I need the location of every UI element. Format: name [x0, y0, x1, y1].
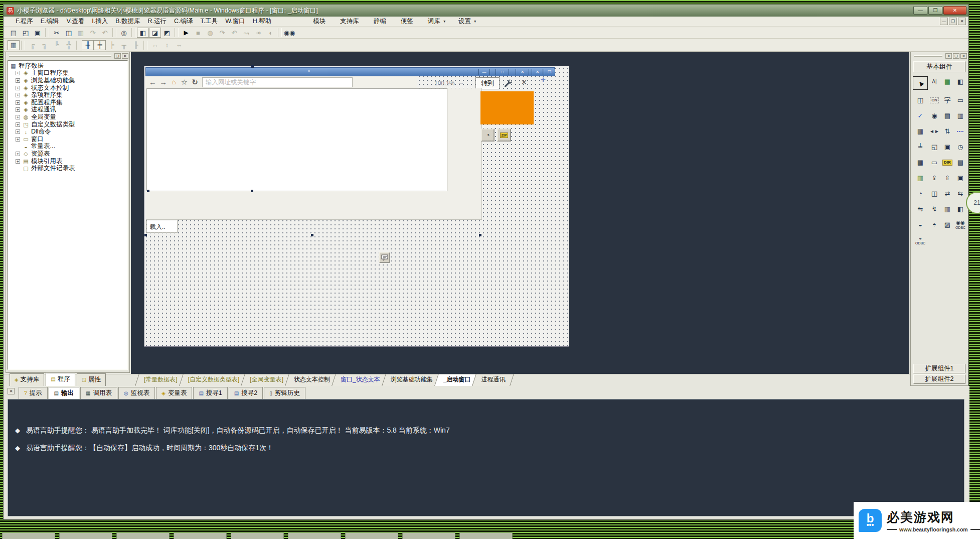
menu-item[interactable]: T.工具: [200, 17, 218, 26]
tree-item[interactable]: ◒ 常量表...: [16, 143, 126, 151]
form-close-button[interactable]: ✕: [516, 69, 529, 75]
shell-window-icon[interactable]: ▣: [954, 173, 967, 183]
taskbar-button[interactable]: [59, 532, 112, 539]
drag-handle[interactable]: [914, 55, 942, 57]
palette-close-button[interactable]: ✕: [960, 53, 967, 59]
menu-item[interactable]: 设置▼: [458, 17, 477, 26]
db-table-icon[interactable]: ◒: [914, 219, 927, 230]
run-to-cursor-icon[interactable]: ↠: [252, 28, 264, 38]
form-designer-canvas[interactable]: × —□✕✕❐ ←→⌂☆↻ 100.1% ←→ 转到 ✕ +: [144, 66, 569, 347]
form-maximize-button[interactable]: □: [496, 69, 509, 75]
document-tab[interactable]: 窗口_状态文本: [334, 374, 387, 386]
expand-icon[interactable]: +: [16, 78, 20, 83]
com-port-icon[interactable]: ↯: [928, 204, 941, 214]
menu-item[interactable]: 模块: [313, 17, 328, 26]
expand-icon[interactable]: [16, 144, 20, 149]
radio-button-icon[interactable]: ◉: [928, 110, 941, 121]
expand-icon[interactable]: +: [16, 93, 20, 97]
output-close-button[interactable]: ✕: [8, 388, 15, 394]
updown-arrow-icon[interactable]: ⇅: [941, 126, 954, 137]
project-close-button[interactable]: ✕: [122, 53, 128, 59]
document-tab[interactable]: 进程通讯: [474, 374, 512, 386]
label-component-icon[interactable]: A|: [928, 76, 941, 87]
splitter-icon[interactable]: ⇳: [941, 173, 954, 183]
favorite-star-icon[interactable]: ☆: [179, 78, 190, 87]
expand-icon[interactable]: +: [16, 107, 20, 112]
expand-icon[interactable]: [16, 166, 20, 171]
new-file-icon[interactable]: ▤: [8, 28, 20, 38]
status-text-component[interactable]: 载入..: [146, 220, 178, 233]
menu-item[interactable]: 支持库: [340, 17, 362, 26]
document-box-icon[interactable]: ▤: [954, 157, 967, 168]
tree-item[interactable]: + ◇ 资源表: [16, 150, 126, 158]
tree-item[interactable]: + ◈ 浏览基础功能集: [16, 77, 126, 84]
net-transfer-icon[interactable]: ⇪: [928, 173, 941, 183]
printer-icon[interactable]: ◫: [928, 188, 941, 199]
align-center-v-icon[interactable]: ╪: [94, 40, 106, 50]
separator[interactable]: [131, 28, 135, 37]
stop-icon[interactable]: ■: [192, 28, 204, 38]
address-input[interactable]: [202, 77, 353, 87]
goto-button[interactable]: 转到: [475, 77, 500, 89]
date-picker-icon[interactable]: ◷: [954, 142, 967, 152]
separator[interactable]: [278, 28, 282, 37]
separator[interactable]: [143, 41, 147, 50]
expand-icon[interactable]: +: [16, 115, 20, 119]
cut-icon[interactable]: ✂: [51, 28, 63, 38]
fit-both-icon[interactable]: ⇔: [173, 40, 185, 50]
align-left-icon[interactable]: ╞: [106, 40, 118, 50]
taskbar-button[interactable]: [402, 532, 455, 539]
checklist-box-icon[interactable]: ▦: [914, 126, 927, 137]
tab-control-icon[interactable]: ◱: [928, 142, 941, 152]
window-message-icon[interactable]: ⇄: [941, 188, 954, 199]
taskbar-button[interactable]: [174, 532, 227, 539]
undo-icon[interactable]: ↶: [99, 28, 111, 38]
tree-item[interactable]: + ◳ 自定义数据类型: [16, 121, 126, 128]
output-tab[interactable]: ◈ 变量表: [156, 387, 192, 400]
tree-item[interactable]: + ◈ 杂项程序集: [16, 91, 126, 99]
back-icon[interactable]: ←: [147, 78, 158, 87]
step-over-icon[interactable]: ↷: [216, 28, 228, 38]
expand-icon[interactable]: +: [16, 129, 20, 134]
odbc-database-icon[interactable]: ◒ ODBC: [914, 235, 927, 245]
menu-item[interactable]: H.帮助: [253, 17, 272, 26]
window-link-icon[interactable]: ⇋: [914, 204, 927, 214]
taskbar-button[interactable]: [116, 532, 170, 539]
menu-item[interactable]: E.编辑: [41, 17, 59, 26]
edit-box-icon[interactable]: ◫: [914, 95, 927, 105]
selection-handle[interactable]: [147, 190, 149, 192]
separator[interactable]: [45, 28, 49, 37]
animation-box-icon[interactable]: ▣: [941, 142, 954, 152]
extension-components-1-button[interactable]: 扩展组件1: [913, 364, 965, 373]
pause-icon[interactable]: ◖: [264, 28, 276, 38]
output-tab[interactable]: ? 提示: [19, 387, 48, 400]
add-handle-icon[interactable]: +: [541, 75, 546, 85]
output-tab[interactable]: ▤ 输出: [49, 387, 79, 400]
document-tab[interactable]: 状态文本控制: [287, 374, 337, 386]
output-tab[interactable]: ◎ 监视表: [118, 387, 155, 400]
document-tab[interactable]: 浏览基础功能集: [384, 374, 440, 386]
expand-icon[interactable]: +: [16, 159, 20, 164]
tree-item[interactable]: + ◈ 进程通讯: [16, 106, 126, 114]
mdi-minimize-button[interactable]: —: [940, 18, 948, 25]
open-file-icon[interactable]: ◰: [20, 28, 32, 38]
expand-icon[interactable]: +: [16, 100, 20, 105]
output-tab[interactable]: ▯ 剪辑历史: [264, 387, 305, 400]
static-text-icon[interactable]: 字: [941, 95, 954, 105]
view-left-pane-icon[interactable]: ◧: [137, 28, 149, 38]
close-button[interactable]: ✕: [943, 6, 966, 15]
view-both-panes-icon[interactable]: ◩: [161, 28, 173, 38]
menu-item[interactable]: B.数据库: [115, 17, 140, 26]
find-icon[interactable]: ◎: [118, 28, 130, 38]
step-into-icon[interactable]: ↶: [228, 28, 240, 38]
dir-list-box-icon[interactable]: DIR: [941, 157, 954, 168]
progress-bar-icon[interactable]: ▪▪▪▪: [954, 126, 967, 137]
h-scrollbar-icon[interactable]: ◄►: [928, 126, 941, 137]
expand-icon[interactable]: +: [16, 71, 20, 75]
add-component-right-icon[interactable]: ╗: [39, 40, 51, 50]
menu-item[interactable]: C.编译: [174, 17, 193, 26]
month-calendar-icon[interactable]: ▦: [914, 157, 927, 168]
menu-item[interactable]: 词库▼: [428, 17, 446, 26]
maximize-button[interactable]: ❐: [928, 6, 942, 15]
browser-container-panel[interactable]: [146, 88, 482, 220]
